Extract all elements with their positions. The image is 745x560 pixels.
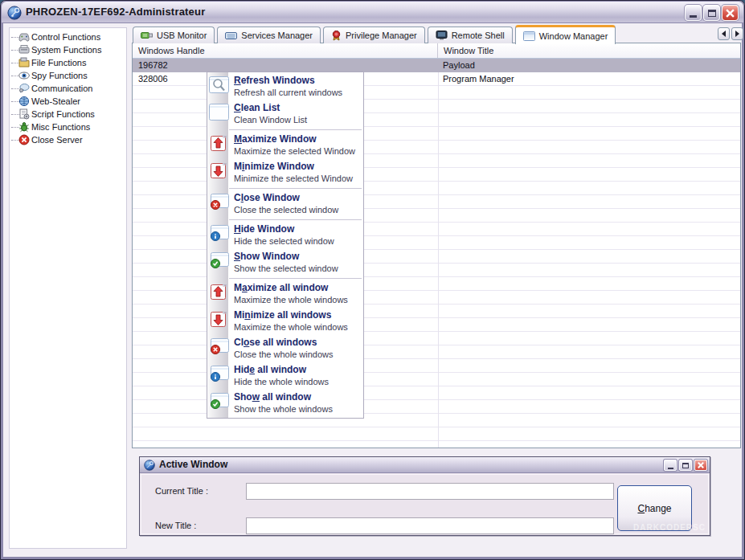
magnifier-icon [209,76,229,93]
panel-title: Active Window [159,457,227,472]
menu-item-show-window[interactable]: Show Window Show the selected window [207,249,363,276]
menu-item-title: Show all window [234,391,360,403]
sidebar-item-web-stealer[interactable]: Web-Stealer [10,95,126,108]
right-arrow-icon [735,31,743,37]
sidebar-item-script-functions[interactable]: Script Functions [10,108,126,121]
panel-maximize-button[interactable] [679,460,692,471]
menu-item-close-all-windows[interactable]: Close all windows Close the whole window… [207,335,363,362]
menu-item-subtitle: Close the whole windows [234,349,360,361]
red-up-arrow-icon [209,135,229,152]
maximize-icon [682,463,689,468]
menu-item-subtitle: Maximize the whole windows [234,294,360,306]
menu-item-maximize-window[interactable]: Maximize Window Maximize the selected Wi… [207,132,363,159]
new-title-input[interactable] [246,517,614,534]
window-info-badge-icon [209,225,229,242]
sidebar-item-file-functions[interactable]: File Functions [10,56,126,69]
current-title-input[interactable] [246,483,614,500]
tab-remote-shell[interactable]: Remote Shell [428,27,513,43]
red-down-arrow-icon [209,311,229,328]
menu-item-subtitle: Minimize the selected Window [234,173,360,185]
blank-window-icon [209,104,229,121]
monitor-icon [436,31,448,40]
panel-titlebar[interactable]: Active Window [140,457,710,473]
menu-separator [229,188,362,189]
sidebar-item-system-functions[interactable]: System Functions [10,43,126,56]
tab-services-manager[interactable]: Services Manager [217,27,321,43]
sidebar-item-communication[interactable]: Communication [10,82,126,95]
menu-item-hide-window[interactable]: Hide Window Hide the selected window [207,222,363,249]
sidebar-item-label: Close Server [31,135,83,145]
panel-orb-icon [144,460,155,471]
red-down-arrow-icon [209,162,229,179]
menu-item-clean-list[interactable]: Clean List Clean Window List [207,100,363,128]
panel-close-button[interactable] [694,460,707,471]
close-button[interactable] [722,5,739,21]
chat-bubble-icon [18,83,30,94]
column-header-window-title[interactable]: Window Title [438,43,740,58]
tab-scroll-left-button[interactable] [718,27,730,40]
window-info-badge-icon [209,366,229,382]
sidebar-item-close-server[interactable]: Close Server [10,133,126,146]
column-divider [438,59,439,448]
minimize-button[interactable] [685,5,702,21]
maximize-button[interactable] [703,5,720,21]
menu-item-subtitle: Hide the selected window [234,235,360,247]
menu-item-title: Maximize all window [234,282,360,294]
sidebar-item-label: Control Functions [31,32,100,42]
window-close-badge-icon [209,338,229,355]
menu-item-close-window[interactable]: Close Window Close the selected window [207,190,363,218]
menu-item-title: Refresh Windows [234,75,360,87]
menu-separator [229,219,362,220]
usb-icon [141,31,153,40]
minimize-icon [690,15,697,18]
column-header-windows-handle[interactable]: Windows Handle [133,43,438,58]
titlebar[interactable]: PHROZEN-17EF692-Administrateur [2,2,743,23]
menu-item-hide-all-window[interactable]: Hide all window Hide the whole windows [207,362,363,390]
close-x-icon [726,9,735,18]
cell-title: Payload [438,59,740,72]
tab-bar: USB Monitor Services Manager Privilege M… [133,26,618,43]
tab-privilege-manager[interactable]: Privilege Manager [323,27,425,43]
panel-minimize-button[interactable] [664,460,677,471]
sidebar-item-label: Script Functions [31,109,95,119]
current-title-label: Current Title : [155,486,208,496]
bug-icon [18,121,30,133]
menu-item-subtitle: Clean Window List [234,114,360,126]
tab-label: Services Manager [241,31,313,40]
menu-item-minimize-all-windows[interactable]: Minimize all windows Maximize the whole … [207,308,363,335]
menu-item-title: Clean List [234,102,360,114]
menu-item-maximize-all-window[interactable]: Maximize all window Maximize the whole w… [207,280,363,308]
sidebar-item-label: System Functions [31,45,101,55]
sidebar-item-spy-functions[interactable]: Spy Functions [10,69,126,82]
cell-handle: 196782 [133,59,438,72]
cell-title: Program Manager [438,72,740,86]
menu-item-show-all-window[interactable]: Show all window Show the whole windows [207,390,363,417]
tab-label: USB Monitor [157,31,207,40]
menu-item-title: Hide Window [234,223,360,235]
red-close-icon [18,134,30,145]
sidebar-item-label: Misc Functions [31,122,90,132]
tab-usb-monitor[interactable]: USB Monitor [133,27,215,43]
keyboard-icon [225,31,237,40]
menu-item-subtitle: Maximize the whole windows [234,321,360,333]
menu-item-refresh-windows[interactable]: Refresh Windows Refresh all current wind… [207,73,363,100]
tab-window-manager[interactable]: Window Manager [515,25,616,44]
tab-scroll-right-button[interactable] [731,27,743,40]
sidebar-item-label: Spy Functions [31,71,88,80]
menu-separator [229,129,362,130]
menu-item-subtitle: Show the whole windows [234,403,360,415]
menu-item-title: Maximize Window [234,133,360,145]
table-row-selected[interactable]: 196782 Payload [133,59,740,72]
menu-item-minimize-window[interactable]: Minimize Window Minimize the selected Wi… [207,159,363,186]
panel-body: Current Title : New Title : Change DARKC… [141,474,709,534]
menu-item-title: Show Window [234,251,360,263]
menu-item-title: Minimize all windows [234,309,360,321]
eye-icon [18,70,30,81]
menu-item-subtitle: Show the selected window [234,263,360,275]
sidebar-item-control-functions[interactable]: Control Functions [10,31,126,43]
gamepad-icon [18,31,30,43]
sidebar-item-misc-functions[interactable]: Misc Functions [10,121,126,133]
globe-icon [18,96,30,107]
system-device-icon [18,44,30,55]
tab-label: Window Manager [539,31,608,41]
